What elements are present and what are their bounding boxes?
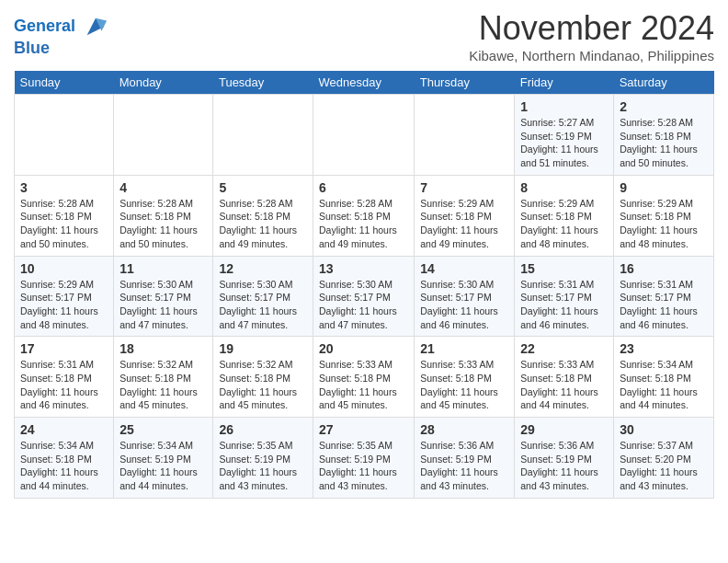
calendar-cell	[114, 95, 213, 176]
day-number: 11	[119, 261, 207, 276]
day-number: 1	[520, 99, 608, 114]
calendar-cell: 4Sunrise: 5:28 AM Sunset: 5:18 PM Daylig…	[114, 175, 213, 256]
day-number: 21	[420, 341, 508, 356]
day-info: Sunrise: 5:31 AM Sunset: 5:17 PM Dayligh…	[620, 278, 708, 332]
calendar-cell: 16Sunrise: 5:31 AM Sunset: 5:17 PM Dayli…	[614, 256, 714, 337]
calendar-cell	[313, 95, 415, 176]
day-number: 23	[620, 341, 708, 356]
calendar-cell: 28Sunrise: 5:36 AM Sunset: 5:19 PM Dayli…	[415, 418, 515, 499]
day-number: 8	[520, 180, 608, 195]
calendar-cell: 8Sunrise: 5:29 AM Sunset: 5:18 PM Daylig…	[515, 175, 614, 256]
day-number: 5	[219, 180, 307, 195]
calendar-cell: 5Sunrise: 5:28 AM Sunset: 5:18 PM Daylig…	[213, 175, 313, 256]
day-info: Sunrise: 5:33 AM Sunset: 5:18 PM Dayligh…	[520, 358, 608, 412]
day-number: 30	[620, 422, 708, 437]
weekday-header-sunday: Sunday	[15, 71, 114, 95]
day-number: 12	[219, 261, 307, 276]
calendar-cell	[15, 95, 114, 176]
day-info: Sunrise: 5:28 AM Sunset: 5:18 PM Dayligh…	[319, 197, 408, 251]
calendar-cell: 3Sunrise: 5:28 AM Sunset: 5:18 PM Daylig…	[15, 175, 114, 256]
day-number: 2	[620, 99, 708, 114]
day-number: 4	[119, 180, 207, 195]
day-number: 17	[20, 341, 108, 356]
calendar-cell	[213, 95, 313, 176]
day-info: Sunrise: 5:35 AM Sunset: 5:19 PM Dayligh…	[219, 439, 307, 493]
day-number: 29	[520, 422, 608, 437]
calendar-cell: 18Sunrise: 5:32 AM Sunset: 5:18 PM Dayli…	[114, 337, 213, 418]
calendar-cell: 19Sunrise: 5:32 AM Sunset: 5:18 PM Dayli…	[213, 337, 313, 418]
day-number: 25	[119, 422, 207, 437]
calendar-cell: 6Sunrise: 5:28 AM Sunset: 5:18 PM Daylig…	[313, 175, 415, 256]
calendar-cell: 2Sunrise: 5:28 AM Sunset: 5:18 PM Daylig…	[614, 95, 714, 176]
day-info: Sunrise: 5:34 AM Sunset: 5:18 PM Dayligh…	[20, 439, 108, 493]
calendar-week-row: 10Sunrise: 5:29 AM Sunset: 5:17 PM Dayli…	[15, 256, 714, 337]
day-number: 27	[319, 422, 408, 437]
day-info: Sunrise: 5:31 AM Sunset: 5:18 PM Dayligh…	[20, 358, 108, 412]
weekday-header-monday: Monday	[114, 71, 213, 95]
calendar-cell: 10Sunrise: 5:29 AM Sunset: 5:17 PM Dayli…	[15, 256, 114, 337]
day-info: Sunrise: 5:28 AM Sunset: 5:18 PM Dayligh…	[620, 116, 708, 170]
day-info: Sunrise: 5:35 AM Sunset: 5:19 PM Dayligh…	[319, 439, 408, 493]
calendar-week-row: 17Sunrise: 5:31 AM Sunset: 5:18 PM Dayli…	[15, 337, 714, 418]
day-number: 18	[119, 341, 207, 356]
weekday-header-wednesday: Wednesday	[313, 71, 415, 95]
location: Kibawe, Northern Mindanao, Philippines	[469, 48, 714, 63]
day-number: 7	[420, 180, 508, 195]
calendar-cell: 25Sunrise: 5:34 AM Sunset: 5:19 PM Dayli…	[114, 418, 213, 499]
calendar-cell: 14Sunrise: 5:30 AM Sunset: 5:17 PM Dayli…	[415, 256, 515, 337]
day-number: 20	[319, 341, 408, 356]
day-info: Sunrise: 5:29 AM Sunset: 5:18 PM Dayligh…	[420, 197, 508, 251]
day-info: Sunrise: 5:27 AM Sunset: 5:19 PM Dayligh…	[520, 116, 608, 170]
day-number: 9	[620, 180, 708, 195]
day-number: 6	[319, 180, 408, 195]
day-number: 14	[420, 261, 508, 276]
day-info: Sunrise: 5:37 AM Sunset: 5:20 PM Dayligh…	[620, 439, 708, 493]
calendar-cell: 11Sunrise: 5:30 AM Sunset: 5:17 PM Dayli…	[114, 256, 213, 337]
weekday-header-friday: Friday	[515, 71, 614, 95]
day-info: Sunrise: 5:36 AM Sunset: 5:19 PM Dayligh…	[520, 439, 608, 493]
day-info: Sunrise: 5:30 AM Sunset: 5:17 PM Dayligh…	[219, 278, 307, 332]
day-number: 3	[20, 180, 108, 195]
day-info: Sunrise: 5:33 AM Sunset: 5:18 PM Dayligh…	[420, 358, 508, 412]
calendar-cell: 23Sunrise: 5:34 AM Sunset: 5:18 PM Dayli…	[614, 337, 714, 418]
day-info: Sunrise: 5:33 AM Sunset: 5:18 PM Dayligh…	[319, 358, 408, 412]
calendar-cell: 13Sunrise: 5:30 AM Sunset: 5:17 PM Dayli…	[313, 256, 415, 337]
day-info: Sunrise: 5:32 AM Sunset: 5:18 PM Dayligh…	[119, 358, 207, 412]
day-info: Sunrise: 5:29 AM Sunset: 5:18 PM Dayligh…	[620, 197, 708, 251]
day-number: 28	[420, 422, 508, 437]
calendar-cell: 1Sunrise: 5:27 AM Sunset: 5:19 PM Daylig…	[515, 95, 614, 176]
calendar-cell: 9Sunrise: 5:29 AM Sunset: 5:18 PM Daylig…	[614, 175, 714, 256]
day-info: Sunrise: 5:34 AM Sunset: 5:18 PM Dayligh…	[620, 358, 708, 412]
day-number: 13	[319, 261, 408, 276]
weekday-header-saturday: Saturday	[614, 71, 714, 95]
day-number: 10	[20, 261, 108, 276]
day-info: Sunrise: 5:28 AM Sunset: 5:18 PM Dayligh…	[219, 197, 307, 251]
day-info: Sunrise: 5:30 AM Sunset: 5:17 PM Dayligh…	[319, 278, 408, 332]
calendar-cell: 21Sunrise: 5:33 AM Sunset: 5:18 PM Dayli…	[415, 337, 515, 418]
weekday-header-row: SundayMondayTuesdayWednesdayThursdayFrid…	[15, 71, 714, 95]
day-info: Sunrise: 5:30 AM Sunset: 5:17 PM Dayligh…	[420, 278, 508, 332]
calendar-cell: 30Sunrise: 5:37 AM Sunset: 5:20 PM Dayli…	[614, 418, 714, 499]
day-info: Sunrise: 5:29 AM Sunset: 5:17 PM Dayligh…	[20, 278, 108, 332]
logo: General Blue	[14, 14, 108, 58]
calendar-cell	[415, 95, 515, 176]
title-block: November 2024 Kibawe, Northern Mindanao,…	[469, 9, 714, 63]
calendar-table: SundayMondayTuesdayWednesdayThursdayFrid…	[14, 71, 714, 499]
calendar-week-row: 3Sunrise: 5:28 AM Sunset: 5:18 PM Daylig…	[15, 175, 714, 256]
calendar-cell: 22Sunrise: 5:33 AM Sunset: 5:18 PM Dayli…	[515, 337, 614, 418]
day-number: 26	[219, 422, 307, 437]
day-info: Sunrise: 5:32 AM Sunset: 5:18 PM Dayligh…	[219, 358, 307, 412]
weekday-header-tuesday: Tuesday	[213, 71, 313, 95]
calendar-cell: 7Sunrise: 5:29 AM Sunset: 5:18 PM Daylig…	[415, 175, 515, 256]
day-number: 16	[620, 261, 708, 276]
calendar-cell: 26Sunrise: 5:35 AM Sunset: 5:19 PM Dayli…	[213, 418, 313, 499]
calendar-week-row: 24Sunrise: 5:34 AM Sunset: 5:18 PM Dayli…	[15, 418, 714, 499]
calendar-cell: 27Sunrise: 5:35 AM Sunset: 5:19 PM Dayli…	[313, 418, 415, 499]
weekday-header-thursday: Thursday	[415, 71, 515, 95]
day-info: Sunrise: 5:34 AM Sunset: 5:19 PM Dayligh…	[119, 439, 207, 493]
calendar-cell: 15Sunrise: 5:31 AM Sunset: 5:17 PM Dayli…	[515, 256, 614, 337]
calendar-week-row: 1Sunrise: 5:27 AM Sunset: 5:19 PM Daylig…	[15, 95, 714, 176]
day-number: 19	[219, 341, 307, 356]
calendar-cell: 17Sunrise: 5:31 AM Sunset: 5:18 PM Dayli…	[15, 337, 114, 418]
day-info: Sunrise: 5:28 AM Sunset: 5:18 PM Dayligh…	[20, 197, 108, 251]
